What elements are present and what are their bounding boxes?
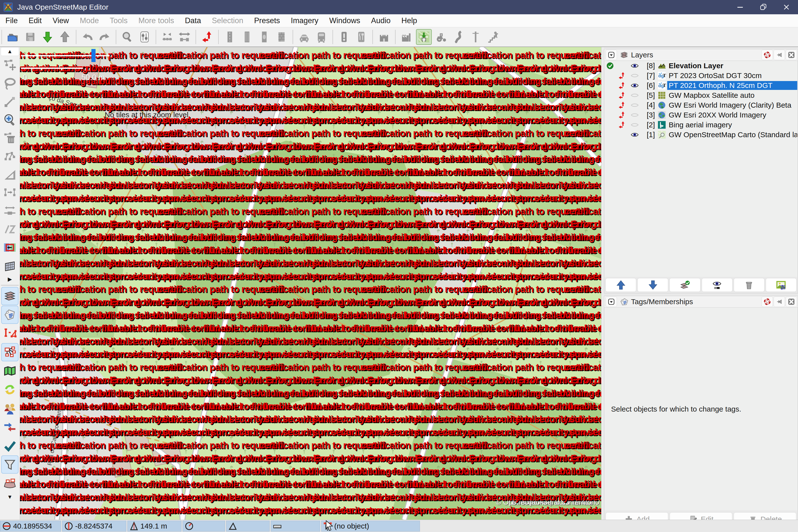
menu-tools[interactable]: Tools (104, 16, 133, 25)
layer-row[interactable]: [3]GW Esri 20XX World Imagery (605, 110, 797, 120)
tool-zoom-tool[interactable] (1, 111, 18, 129)
toolbar-button-factory[interactable] (399, 29, 415, 45)
toolbar-button-bus[interactable] (314, 29, 329, 45)
menu-presets[interactable]: Presets (249, 16, 285, 25)
toggle-layers[interactable] (1, 287, 18, 305)
layer-visibility-toggle[interactable] (628, 101, 641, 109)
toolbar-button-road-junction[interactable] (256, 29, 272, 45)
layer-visibility-toggle[interactable] (628, 72, 641, 80)
layer-name[interactable]: PT 2021 Orthoph. N 25cm DGT (667, 81, 797, 90)
menu-help[interactable]: Help (396, 16, 423, 25)
toggle-conflicts[interactable] (1, 418, 18, 436)
toggle-validator[interactable] (1, 437, 18, 455)
toolbar-button-river[interactable] (451, 29, 466, 45)
toggle-tags[interactable] (1, 306, 18, 324)
toolbar-button-restaurant[interactable] (354, 29, 369, 45)
toolbar-button-warning-sign[interactable] (336, 29, 352, 45)
toggle-filter[interactable] (1, 455, 18, 474)
collapse-layers-button[interactable] (606, 50, 617, 60)
toolbar-button-preferences-toggle[interactable] (137, 29, 152, 45)
layer-name[interactable]: Elevation Layer (667, 61, 797, 70)
toolbar-button-open-folder[interactable] (5, 29, 21, 45)
toolbar-button-save[interactable] (22, 29, 38, 45)
layers-help-button[interactable] (762, 50, 773, 60)
tool-paste-tags-tool[interactable] (1, 184, 18, 202)
layer-row[interactable]: [4]GW Esri World Imagery (Clarity) Beta (605, 100, 797, 110)
toolbar-button-steps[interactable] (485, 29, 501, 45)
toggle-relations[interactable] (1, 343, 18, 361)
collapse-tags-button[interactable] (606, 297, 617, 307)
layer-visibility-toggle[interactable] (628, 81, 641, 90)
scroll-right-button[interactable]: ▶ (1, 275, 19, 284)
toolbar-button-castle[interactable] (376, 29, 392, 45)
toggle-authors[interactable] (1, 399, 18, 417)
toggle-command-history[interactable] (1, 381, 18, 399)
layer-row[interactable]: [5]GW Mapbox Satellite auto (605, 90, 797, 100)
toolbar-button-merge-nodes[interactable] (159, 29, 175, 45)
toolbar-button-road-trunk[interactable] (239, 29, 255, 45)
layer-name[interactable]: GW Esri 20XX World Imagery (667, 111, 797, 119)
tags-close-button[interactable] (786, 297, 797, 307)
tool-improve-accuracy-tool[interactable] (1, 221, 18, 238)
toolbar-button-search[interactable] (119, 29, 135, 45)
tags-dock-button[interactable] (774, 297, 785, 307)
toolbar-button-redo[interactable] (97, 29, 113, 45)
layer-visibility-toggle[interactable] (628, 111, 641, 119)
toggle-selection[interactable] (1, 324, 18, 343)
menu-more-tools[interactable]: More tools (133, 16, 179, 25)
toolbar-button-upload-data[interactable] (57, 29, 73, 45)
toolbar-button-reverse-way[interactable] (199, 29, 215, 45)
menu-windows[interactable]: Windows (324, 16, 366, 25)
tool-move-tool[interactable] (1, 56, 18, 74)
toolbar-button-wall[interactable] (274, 29, 289, 45)
toolbar-button-simplify-way[interactable] (176, 29, 192, 45)
scroll-up-button[interactable]: ▲ (1, 47, 19, 56)
layer-visibility-toggle[interactable] (628, 131, 641, 139)
layer-row[interactable]: [1]GW OpenStreetMap Carto (Standard la..… (605, 130, 797, 140)
toolbar-button-download-along[interactable] (416, 29, 432, 45)
delete-layer-button[interactable] (734, 278, 764, 292)
layer-row[interactable]: [7]dgTPT 2023 OrtoSat DGT 30cm (605, 71, 797, 80)
layer-row[interactable]: [8]Elevation Layer (605, 61, 797, 71)
menu-view[interactable]: View (47, 16, 74, 25)
tool-delete-tool[interactable] (1, 129, 18, 147)
layer-row[interactable]: [6]dgTPT 2021 Orthoph. N 25cm DGT (605, 80, 797, 90)
layers-close-button[interactable] (786, 50, 797, 60)
menu-audio[interactable]: Audio (366, 16, 396, 25)
layer-name[interactable]: Bing aerial imagery (667, 120, 797, 129)
toolbar-button-car[interactable] (296, 29, 312, 45)
toggle-changeset[interactable] (1, 474, 18, 492)
menu-mode[interactable]: Mode (74, 16, 104, 25)
tool-align-ways-tool[interactable] (1, 239, 18, 256)
tool-terrace-building-tool[interactable] (1, 257, 18, 274)
toggle-minimap[interactable] (1, 362, 18, 380)
tool-angle-snap-tool[interactable] (1, 166, 18, 184)
close-button[interactable] (775, 0, 798, 14)
tool-draw-node-tool[interactable] (1, 93, 18, 111)
scroll-down-button[interactable]: ▼ (1, 493, 19, 501)
layer-name[interactable]: GW OpenStreetMap Carto (Standard la... (667, 130, 797, 139)
menu-selection[interactable]: Selection (206, 16, 249, 25)
layer-name[interactable]: GW Mapbox Satellite auto (667, 91, 797, 100)
map-view[interactable]: ço da Serração Rua do Cabeço Grande No t… (20, 47, 601, 520)
toolbar-button-download-data[interactable] (40, 29, 55, 45)
restore-button[interactable] (752, 0, 775, 14)
toolbar-button-tractor[interactable] (433, 29, 449, 45)
menu-data[interactable]: Data (179, 16, 206, 25)
show-hide-layer-button[interactable] (702, 278, 733, 292)
layer-visibility-toggle[interactable] (628, 91, 641, 99)
layer-row[interactable]: [2]Bing aerial imagery (605, 120, 797, 130)
layer-name[interactable]: PT 2023 OrtoSat DGT 30cm (667, 71, 797, 80)
minimize-button[interactable] (728, 0, 752, 14)
toolbar-button-road-motorway[interactable] (222, 29, 238, 45)
toolbar-button-undo[interactable] (79, 29, 95, 45)
menu-file[interactable]: File (0, 16, 23, 25)
imagery-settings-button[interactable] (766, 278, 797, 292)
tool-extrude-tool[interactable] (1, 202, 18, 220)
tool-distribute-nodes-tool[interactable] (1, 148, 18, 165)
toolbar-button-power-pole[interactable] (468, 29, 483, 45)
tags-help-button[interactable] (762, 297, 773, 307)
menu-imagery[interactable]: Imagery (285, 16, 324, 25)
move-layer-down-button[interactable] (638, 278, 668, 292)
move-layer-up-button[interactable] (605, 278, 636, 292)
